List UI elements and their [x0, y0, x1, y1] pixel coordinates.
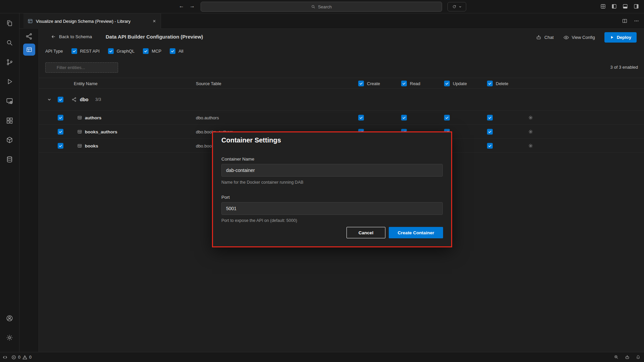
graphql-checkbox[interactable] [108, 48, 114, 54]
column-read: Read [401, 80, 420, 86]
editor-actions [622, 18, 639, 24]
tab-close-icon[interactable] [152, 19, 157, 23]
warning-count: 0 [29, 355, 32, 360]
filter-entities-input[interactable] [45, 62, 118, 73]
remote-indicator-icon[interactable] [3, 355, 7, 360]
chat-button[interactable]: Chat [536, 35, 553, 41]
entity-settings-gear-icon[interactable] [528, 115, 533, 120]
row-checkbox[interactable] [58, 143, 63, 148]
eye-icon [563, 35, 569, 41]
group-chevron-down-icon[interactable] [47, 97, 52, 102]
create-container-button[interactable]: Create Container [389, 227, 443, 238]
entity-name: authors [85, 115, 102, 120]
group-count: 3/3 [95, 97, 101, 102]
create-all-checkbox[interactable] [358, 80, 364, 86]
back-to-schema-link[interactable]: Back to Schema [51, 34, 92, 39]
database-icon[interactable] [2, 152, 17, 167]
panel-left-icon[interactable] [611, 3, 617, 9]
deploy-button[interactable]: Deploy [604, 32, 637, 43]
create-checkbox[interactable] [358, 115, 364, 120]
explorer-icon[interactable] [2, 15, 17, 31]
group-checkbox[interactable] [58, 97, 63, 103]
read-column-label: Read [410, 81, 420, 86]
delete-checkbox[interactable] [487, 143, 493, 148]
read-all-checkbox[interactable] [401, 80, 407, 86]
port-input[interactable] [221, 202, 443, 215]
extension-sidebar [19, 29, 39, 352]
container-name-help: Name for the Docker container running DA… [221, 180, 304, 185]
all-checkbox[interactable] [170, 48, 175, 54]
graphql-label: GraphQL [117, 49, 135, 54]
view-config-button[interactable]: View Config [563, 35, 595, 41]
all-option[interactable]: All [170, 48, 183, 54]
tab-title: Visualize and Design Schema (Preview) - … [36, 19, 130, 24]
rest-api-label: REST API [80, 49, 100, 54]
mcp-checkbox[interactable] [143, 48, 149, 54]
command-center-search[interactable]: Search [201, 2, 442, 12]
panel-right-icon[interactable] [633, 3, 639, 9]
status-right [614, 352, 641, 362]
run-debug-icon[interactable] [2, 74, 17, 89]
entity-settings-gear-icon[interactable] [528, 143, 533, 148]
row-checkbox[interactable] [58, 115, 63, 120]
row-checkbox[interactable] [58, 129, 63, 134]
source-table: dbo.authors [196, 115, 219, 120]
zoom-icon[interactable] [614, 355, 619, 360]
delete-checkbox[interactable] [487, 115, 493, 120]
more-actions-icon[interactable] [634, 18, 639, 24]
delete-all-checkbox[interactable] [487, 80, 493, 86]
cancel-button[interactable]: Cancel [346, 227, 385, 238]
sync-dropdown-button[interactable] [447, 2, 466, 11]
table-icon [77, 115, 82, 120]
extensions-icon[interactable] [2, 113, 17, 128]
chat-label: Chat [544, 35, 553, 40]
api-type-label: API Type [45, 49, 63, 54]
account-icon[interactable] [2, 310, 17, 326]
layout-grid-icon[interactable] [600, 3, 606, 9]
sync-icon [452, 4, 457, 9]
update-checkbox[interactable] [444, 115, 450, 120]
container-name-label: Container Name [221, 157, 254, 162]
tab-visualize-design-schema[interactable]: Visualize and Design Schema (Preview) - … [23, 13, 161, 29]
remote-explorer-icon[interactable] [2, 93, 17, 109]
column-update: Update [444, 80, 467, 86]
container-settings-dialog: Container Settings Container Name Name f… [212, 131, 452, 247]
entity-settings-gear-icon[interactable] [528, 129, 533, 134]
bell-icon[interactable] [636, 355, 641, 360]
column-entity-name: Entity Name [74, 81, 98, 86]
table-design-tool[interactable] [23, 44, 35, 56]
schema-group-row[interactable]: dbo 3/3 [39, 89, 644, 110]
rest-api-option[interactable]: REST API [71, 48, 100, 54]
rest-api-checkbox[interactable] [71, 48, 77, 54]
mcp-option[interactable]: MCP [143, 48, 161, 54]
play-icon [610, 35, 614, 40]
port-help: Port to expose the API on (default: 5000… [221, 218, 297, 223]
schema-icon[interactable] [25, 33, 33, 40]
entity-name: books [85, 143, 98, 148]
settings-gear-icon[interactable] [2, 330, 17, 346]
read-checkbox[interactable] [401, 115, 407, 120]
status-bar: 0 0 [0, 352, 644, 362]
history-back-icon[interactable]: ← [177, 3, 186, 9]
source-control-icon[interactable] [2, 54, 17, 70]
graphql-option[interactable]: GraphQL [108, 48, 135, 54]
table-icon [77, 129, 82, 134]
layout-controls [600, 3, 639, 9]
search-icon [311, 4, 316, 9]
split-editor-icon[interactable] [622, 18, 628, 24]
panel-bottom-icon[interactable] [622, 3, 628, 9]
error-count: 0 [18, 355, 20, 360]
cube-icon[interactable] [2, 132, 17, 148]
search-icon[interactable] [2, 35, 17, 51]
deploy-label: Deploy [617, 35, 631, 40]
table-icon [77, 143, 82, 148]
activity-bar [0, 13, 19, 352]
chat-status-icon[interactable] [625, 355, 630, 360]
header-actions: Chat View Config Deploy [536, 32, 637, 43]
schema-icon [71, 97, 77, 102]
container-name-input[interactable] [221, 164, 443, 177]
history-forward-icon[interactable]: → [188, 3, 197, 9]
problems-indicator[interactable]: 0 0 [11, 355, 32, 360]
update-all-checkbox[interactable] [444, 80, 450, 86]
delete-checkbox[interactable] [487, 129, 493, 134]
